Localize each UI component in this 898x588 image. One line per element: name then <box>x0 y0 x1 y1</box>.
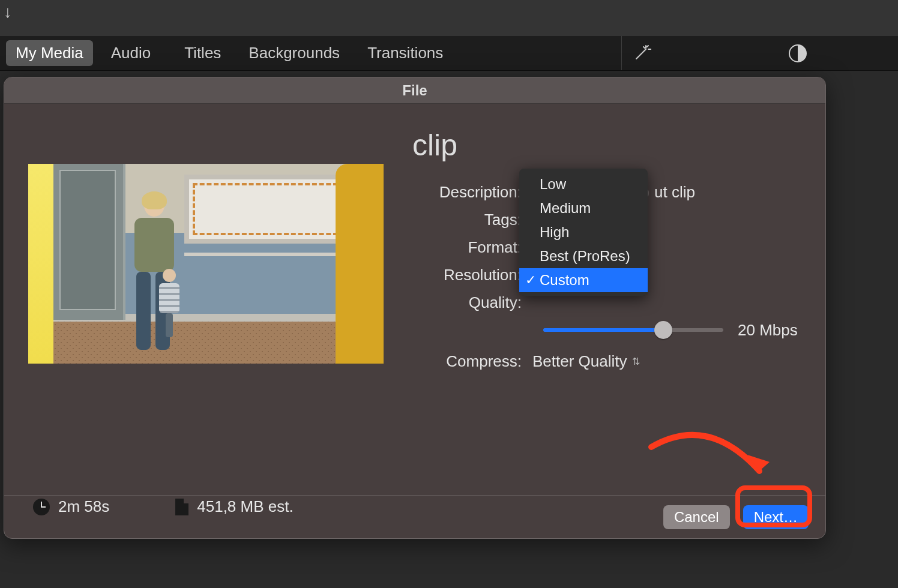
quality-option-custom[interactable]: Custom <box>519 268 648 292</box>
slider-knob[interactable] <box>654 321 672 339</box>
bitrate-value: 20 Mbps <box>738 321 798 340</box>
chevron-updown-icon: ⇅ <box>632 356 640 367</box>
clip-name-heading: clip <box>412 128 801 163</box>
quality-option-medium[interactable]: Medium <box>519 196 648 220</box>
dialog-title: File <box>4 77 825 104</box>
color-balance-icon[interactable] <box>788 43 808 64</box>
tab-backgrounds[interactable]: Backgrounds <box>239 40 349 66</box>
toolbar-divider <box>621 36 622 70</box>
svg-line-4 <box>647 46 648 47</box>
quality-label: Quality: <box>412 293 532 312</box>
video-preview-thumbnail <box>28 164 384 364</box>
tab-titles[interactable]: Titles <box>175 40 231 66</box>
bitrate-slider[interactable] <box>543 328 723 332</box>
compress-select[interactable]: Better Quality ⇅ <box>532 352 640 371</box>
cancel-button[interactable]: Cancel <box>663 505 730 529</box>
format-label: Format: <box>412 238 532 257</box>
quality-dropdown-menu[interactable]: Low Medium High Best (ProRes) Custom <box>519 169 648 296</box>
compress-label: Compress: <box>412 352 532 371</box>
media-tabs-bar: My Media Audio Titles Backgrounds Transi… <box>0 36 898 71</box>
download-arrow-icon: ↓ <box>4 2 12 22</box>
export-file-dialog: File clip Description: T <box>4 77 826 539</box>
resolution-label: Resolution: <box>412 266 532 284</box>
tags-label: Tags: <box>412 211 532 229</box>
quality-option-best-prores[interactable]: Best (ProRes) <box>519 244 648 268</box>
tab-audio[interactable]: Audio <box>101 40 161 66</box>
tab-my-media[interactable]: My Media <box>6 40 93 66</box>
next-button[interactable]: Next… <box>743 505 809 529</box>
svg-line-0 <box>636 49 646 59</box>
quality-option-high[interactable]: High <box>519 220 648 244</box>
dialog-footer: Cancel Next… <box>4 495 825 538</box>
tab-transitions[interactable]: Transitions <box>358 40 453 66</box>
magic-wand-icon[interactable] <box>631 43 652 64</box>
svg-line-3 <box>643 47 645 48</box>
description-label: Description: <box>412 183 532 202</box>
quality-option-low[interactable]: Low <box>519 172 648 196</box>
